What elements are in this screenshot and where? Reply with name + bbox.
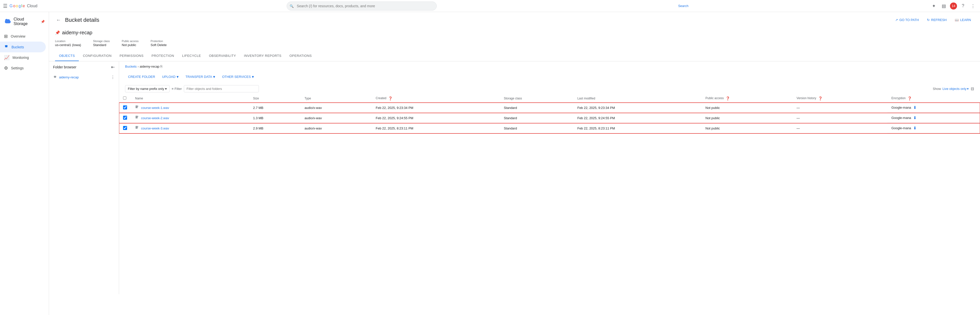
meta-location: Location us-central1 (Iowa)	[55, 40, 81, 47]
file-name-link-2[interactable]: course-week-3.wav	[141, 126, 169, 130]
tab-permissions[interactable]: PERMISSIONS	[116, 51, 148, 61]
transfer-data-button[interactable]: TRANSFER DATA ▾	[183, 72, 218, 81]
tab-objects[interactable]: OBJECTS	[55, 51, 79, 61]
row-checkbox-2[interactable]	[123, 126, 127, 130]
filter-input[interactable]	[186, 85, 256, 92]
protection-label: Protection	[151, 40, 167, 43]
folder-browser-item-aidemy-recap[interactable]: aidemy-recap ⋮	[49, 73, 119, 82]
th-type: Type	[301, 94, 372, 103]
file-created-1: Feb 22, 2025, 9:24:55 PM	[372, 113, 500, 123]
bucket-name: aidemy-recap	[62, 30, 92, 35]
bucket-folder-icon	[53, 75, 57, 80]
topbar: ☰ Google Cloud 🔍 Search ✦ ▤ 14 ? ⋮	[0, 0, 980, 12]
folder-browser-collapse-button[interactable]: ⇤	[111, 64, 115, 70]
bucket-meta: Location us-central1 (Iowa) Storage clas…	[55, 40, 974, 47]
table-header: Name Size Type Created ❓ Storage class L…	[119, 94, 980, 103]
svg-point-2	[8, 19, 10, 22]
file-type-0: audio/x-wav	[301, 103, 372, 113]
sidebar-item-buckets[interactable]: Buckets	[0, 42, 46, 52]
download-icon-2[interactable]: ⬇	[913, 126, 916, 131]
row-checkbox-1[interactable]	[123, 116, 127, 120]
main-content: ← Bucket details ↗ GO TO PATH ↻ REFRESH …	[49, 12, 980, 315]
created-help-icon[interactable]: ❓	[388, 96, 393, 101]
file-size-2: 2.9 MB	[249, 123, 301, 133]
file-last-modified-0: Feb 22, 2025, 9:23:34 PM	[573, 103, 702, 113]
select-all-checkbox[interactable]	[123, 96, 126, 100]
tab-protection[interactable]: PROTECTION	[148, 51, 178, 61]
sidebar-item-buckets-label: Buckets	[11, 45, 24, 49]
more-options-icon-btn[interactable]: ⋮	[969, 2, 977, 10]
learn-icon: 📖	[955, 18, 959, 22]
app-logo: ☰ Google Cloud	[3, 3, 48, 9]
back-button[interactable]: ←	[55, 16, 62, 24]
svg-point-3	[5, 45, 8, 46]
download-icon-1[interactable]: ⬇	[913, 115, 916, 120]
search-bar-icon: 🔍	[290, 4, 294, 8]
tab-observability[interactable]: OBSERVABILITY	[205, 51, 240, 61]
avatar[interactable]: 14	[950, 3, 957, 10]
search-button[interactable]: Search	[675, 2, 691, 10]
file-name-link-1[interactable]: course-week-2.wav	[141, 116, 169, 120]
file-toolbar: CREATE FOLDER UPLOAD ▾ TRANSFER DATA ▾ O…	[119, 70, 980, 83]
encryption-help-icon[interactable]: ❓	[907, 96, 912, 101]
download-icon-0[interactable]: ⬇	[913, 105, 916, 110]
show-live-objects-button[interactable]: Live objects only ▾	[942, 87, 969, 91]
search-bar: 🔍	[286, 2, 437, 11]
breadcrumb-copy-button[interactable]: ⎘	[160, 64, 162, 68]
breadcrumb: Buckets › aidemy-recap ⎘	[119, 61, 980, 70]
file-public-access-2: Not public	[702, 123, 792, 133]
filter-bar: Filter by name prefix only ▾ ≡ Filter Sh…	[119, 83, 980, 94]
tab-configuration[interactable]: CONFIGURATION	[79, 51, 116, 61]
file-last-modified-2: Feb 22, 2025, 8:23:11 PM	[573, 123, 702, 133]
version-history-help-icon[interactable]: ❓	[818, 96, 822, 101]
tab-inventory-reports[interactable]: INVENTORY REPORTS	[240, 51, 285, 61]
overview-icon: ⊞	[4, 34, 8, 39]
folder-item-more-button[interactable]: ⋮	[111, 75, 115, 80]
sidebar-item-monitoring[interactable]: 📈 Monitoring	[0, 52, 46, 63]
location-value: us-central1 (Iowa)	[55, 43, 81, 47]
google-logo: Google	[10, 4, 25, 8]
filter-prefix-select[interactable]: Filter by name prefix only ▾	[125, 85, 170, 93]
sidebar: Cloud Storage 📌 ⊞ Overview Buckets 📈 Mon…	[0, 12, 49, 315]
file-public-access-1: Not public	[702, 113, 792, 123]
gemini-icon-btn[interactable]: ✦	[930, 2, 938, 10]
breadcrumb-buckets-link[interactable]: Buckets	[125, 65, 137, 68]
public-access-help-icon[interactable]: ❓	[725, 96, 730, 101]
file-encryption-1: Google-mana ⬇	[888, 113, 980, 123]
file-size-1: 1.3 MB	[249, 113, 301, 123]
search-input[interactable]	[286, 2, 437, 11]
sidebar-nav: ⊞ Overview Buckets 📈 Monitoring ⚙ Settin…	[0, 29, 49, 75]
help-icon-btn[interactable]: ?	[959, 2, 967, 10]
hamburger-icon[interactable]: ☰	[3, 3, 8, 9]
sidebar-product: Cloud Storage 📌	[0, 14, 49, 29]
refresh-button[interactable]: ↻ REFRESH	[924, 16, 950, 24]
go-to-path-button[interactable]: ↗ GO TO PATH	[892, 16, 922, 24]
row-checkbox-0[interactable]	[123, 106, 127, 109]
file-name-link-0[interactable]: course-week-1.wav	[141, 106, 169, 110]
sidebar-item-settings[interactable]: ⚙ Settings	[0, 63, 46, 74]
file-table: Name Size Type Created ❓ Storage class L…	[119, 94, 980, 133]
filter-prefix-chevron-icon: ▾	[165, 87, 167, 91]
file-storage-class-2: Standard	[500, 123, 573, 133]
filter-icon: ≡	[172, 87, 173, 91]
th-encryption: Encryption ❓	[888, 94, 980, 103]
file-type-icon-2	[135, 126, 139, 131]
cloud-shell-icon-btn[interactable]: ▤	[940, 2, 948, 10]
th-name: Name	[131, 94, 249, 103]
learn-button[interactable]: 📖 LEARN	[952, 16, 974, 24]
bucket-info: 📌 aidemy-recap Location us-central1 (Iow…	[49, 26, 980, 51]
density-button[interactable]: ⊟	[971, 86, 974, 91]
topbar-product-label: Cloud	[27, 4, 38, 8]
upload-button[interactable]: UPLOAD ▾	[159, 72, 181, 81]
sidebar-item-overview[interactable]: ⊞ Overview	[0, 31, 46, 42]
tab-lifecycle[interactable]: LIFECYCLE	[178, 51, 205, 61]
table-row: course-week-1.wav 2.7 MB audio/x-wav Feb…	[119, 103, 980, 113]
tab-operations[interactable]: OPERATIONS	[285, 51, 316, 61]
meta-protection: Protection Soft Delete	[151, 40, 167, 47]
filter-button[interactable]: ≡ Filter	[172, 87, 181, 91]
meta-storage-class: Storage class Standard	[93, 40, 110, 47]
create-folder-button[interactable]: CREATE FOLDER	[125, 73, 158, 81]
table-row: course-week-3.wav 2.9 MB audio/x-wav Feb…	[119, 123, 980, 133]
other-services-button[interactable]: OTHER SERVICES ▾	[219, 72, 257, 81]
filter-input-wrap	[184, 85, 259, 93]
